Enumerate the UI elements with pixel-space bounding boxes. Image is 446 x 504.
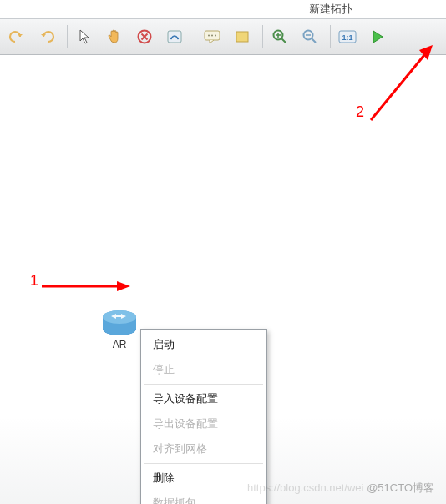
menu-stop: 停止: [141, 357, 266, 382]
svg-line-12: [281, 38, 286, 43]
svg-rect-3: [168, 31, 181, 43]
zoom-out-icon[interactable]: [298, 25, 322, 48]
rectangle-icon[interactable]: [231, 25, 254, 48]
device-label: AR: [99, 339, 140, 350]
undo-icon[interactable]: [5, 25, 28, 48]
menu-export-config: 导出设备配置: [141, 411, 266, 436]
pointer-icon[interactable]: [73, 25, 96, 48]
svg-line-16: [312, 38, 316, 43]
menu-separator: [144, 463, 263, 464]
fit-icon[interactable]: 1:1: [336, 25, 359, 48]
svg-text:1:1: 1:1: [342, 33, 352, 42]
tab-title: 新建拓扑: [309, 2, 352, 17]
menu-start[interactable]: 启动: [141, 332, 266, 357]
context-menu: 启动 停止 导入设备配置 导出设备配置 对齐到网格 删除 数据抓包 CLI 设置: [140, 329, 267, 504]
annotation-1-arrow: [40, 279, 132, 294]
comment-icon[interactable]: [200, 25, 224, 48]
link-icon[interactable]: [163, 25, 186, 48]
zoom-in-icon[interactable]: [268, 25, 291, 48]
router-icon: [100, 307, 139, 337]
toolbar-separator: [262, 25, 263, 48]
annotation-2-arrow: [359, 43, 439, 127]
svg-point-9: [215, 35, 216, 37]
svg-marker-23: [117, 281, 130, 291]
toolbar-separator: [330, 25, 331, 48]
menu-import-config[interactable]: 导入设备配置: [141, 386, 266, 411]
menu-align-grid: 对齐到网格: [141, 436, 266, 461]
watermark-text: @51CTO博客: [367, 481, 434, 494]
svg-rect-10: [236, 32, 248, 42]
svg-point-7: [208, 35, 210, 37]
annotation-1-label: 1: [30, 272, 38, 290]
toolbar-separator: [195, 25, 195, 48]
pan-icon[interactable]: [103, 25, 126, 48]
watermark: https://blog.csdn.net/wei @51CTO博客: [247, 481, 434, 496]
svg-point-8: [211, 35, 213, 37]
redo-icon[interactable]: [35, 25, 58, 48]
device-router[interactable]: AR: [99, 307, 140, 350]
toolbar-separator: [67, 25, 68, 48]
svg-point-4: [170, 38, 172, 39]
svg-line-24: [371, 55, 424, 120]
watermark-faint: https://blog.csdn.net/wei: [247, 481, 363, 494]
menu-separator: [144, 384, 263, 385]
delete-icon[interactable]: [133, 25, 156, 48]
svg-point-5: [177, 38, 179, 39]
